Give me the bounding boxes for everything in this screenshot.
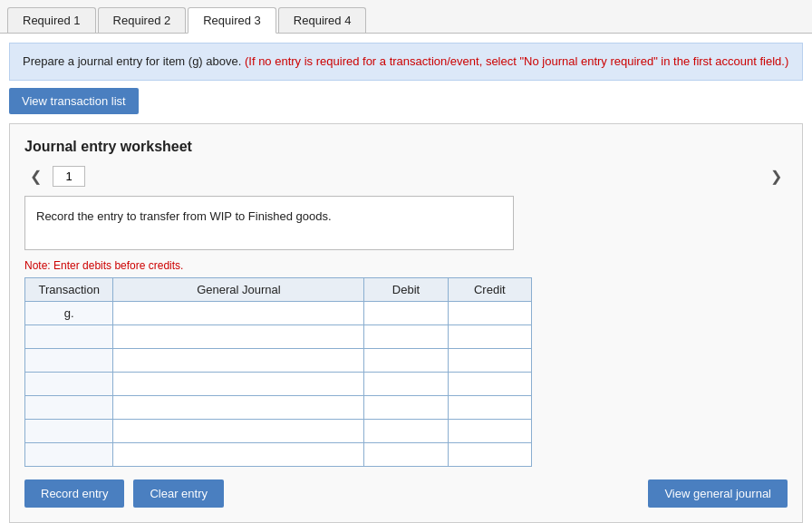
nav-row: ❮ ❯ xyxy=(24,166,788,187)
tab-required-4[interactable]: Required 4 xyxy=(278,7,367,33)
tab-required-3[interactable]: Required 3 xyxy=(188,7,276,34)
tab-required-2[interactable]: Required 2 xyxy=(98,7,187,33)
debit-cell[interactable] xyxy=(364,301,448,324)
credit-cell[interactable] xyxy=(448,419,531,442)
journal-cell[interactable] xyxy=(113,348,364,372)
debit-cell[interactable] xyxy=(364,442,448,466)
worksheet-title: Journal entry worksheet xyxy=(24,139,788,155)
journal-input[interactable] xyxy=(119,401,358,414)
credit-input[interactable] xyxy=(454,401,526,414)
info-bar: Prepare a journal entry for item (g) abo… xyxy=(9,43,803,81)
debit-input[interactable] xyxy=(370,354,441,367)
journal-input[interactable] xyxy=(119,330,358,344)
table-row xyxy=(25,442,532,466)
debit-cell[interactable] xyxy=(364,324,448,348)
credit-cell[interactable] xyxy=(448,442,531,466)
table-row xyxy=(25,419,532,442)
credit-cell[interactable] xyxy=(448,372,531,395)
transaction-cell xyxy=(25,419,113,442)
table-row xyxy=(25,372,532,395)
debit-cell[interactable] xyxy=(364,419,448,442)
journal-cell[interactable] xyxy=(113,324,364,348)
table-row: g. xyxy=(25,301,532,324)
description-box: Record the entry to transfer from WIP to… xyxy=(24,196,514,250)
table-row xyxy=(25,324,532,348)
journal-input[interactable] xyxy=(119,306,358,320)
credit-input[interactable] xyxy=(454,377,526,391)
table-row xyxy=(25,395,532,419)
journal-cell[interactable] xyxy=(113,301,364,324)
worksheet-container: Journal entry worksheet ❮ ❯ Record the e… xyxy=(9,123,803,523)
journal-cell[interactable] xyxy=(113,419,364,442)
transaction-cell xyxy=(25,324,113,348)
col-header-debit: Debit xyxy=(364,277,448,301)
credit-input[interactable] xyxy=(454,448,526,461)
debit-input[interactable] xyxy=(370,330,441,344)
tabs-bar: Required 1 Required 2 Required 3 Require… xyxy=(0,0,812,34)
credit-cell[interactable] xyxy=(448,395,531,419)
credit-cell[interactable] xyxy=(448,348,531,372)
transaction-cell xyxy=(25,348,113,372)
credit-input[interactable] xyxy=(454,424,526,438)
journal-cell[interactable] xyxy=(113,442,364,466)
nav-left: ❮ xyxy=(24,166,85,187)
debit-cell[interactable] xyxy=(364,395,448,419)
info-text-highlight: (If no entry is required for a transacti… xyxy=(245,54,788,68)
debit-cell[interactable] xyxy=(364,372,448,395)
credit-cell[interactable] xyxy=(448,301,531,324)
credit-cell[interactable] xyxy=(448,324,531,348)
next-page-button[interactable]: ❯ xyxy=(765,166,788,187)
debit-input[interactable] xyxy=(370,377,441,391)
info-text-normal: Prepare a journal entry for item (g) abo… xyxy=(23,54,241,68)
journal-input[interactable] xyxy=(119,448,358,461)
debit-input[interactable] xyxy=(370,401,441,414)
credit-input[interactable] xyxy=(454,354,526,367)
debit-input[interactable] xyxy=(370,448,441,461)
journal-input[interactable] xyxy=(119,424,358,438)
transaction-cell: g. xyxy=(25,301,113,324)
note-text: Note: Enter debits before credits. xyxy=(24,259,788,272)
clear-entry-button[interactable]: Clear entry xyxy=(133,479,224,508)
transaction-cell xyxy=(25,395,113,419)
col-header-transaction: Transaction xyxy=(25,277,113,301)
col-header-credit: Credit xyxy=(448,277,531,301)
journal-cell[interactable] xyxy=(113,372,364,395)
transaction-cell xyxy=(25,372,113,395)
bottom-buttons: Record entry Clear entry View general jo… xyxy=(24,479,788,508)
tab-required-1[interactable]: Required 1 xyxy=(7,7,96,33)
journal-cell[interactable] xyxy=(113,395,364,419)
transaction-cell xyxy=(25,442,113,466)
journal-table: Transaction General Journal Debit Credit… xyxy=(24,277,532,467)
prev-page-button[interactable]: ❮ xyxy=(24,166,47,187)
debit-cell[interactable] xyxy=(364,348,448,372)
view-general-journal-button[interactable]: View general journal xyxy=(648,479,788,508)
debit-input[interactable] xyxy=(370,306,441,320)
journal-input[interactable] xyxy=(119,377,358,391)
view-transaction-list-button[interactable]: View transaction list xyxy=(9,88,139,114)
col-header-general-journal: General Journal xyxy=(113,277,364,301)
page-number-input[interactable] xyxy=(53,166,85,187)
credit-input[interactable] xyxy=(454,306,526,320)
debit-input[interactable] xyxy=(370,424,441,438)
journal-input[interactable] xyxy=(119,354,358,367)
record-entry-button[interactable]: Record entry xyxy=(24,479,124,508)
credit-input[interactable] xyxy=(454,330,526,344)
table-row xyxy=(25,348,532,372)
